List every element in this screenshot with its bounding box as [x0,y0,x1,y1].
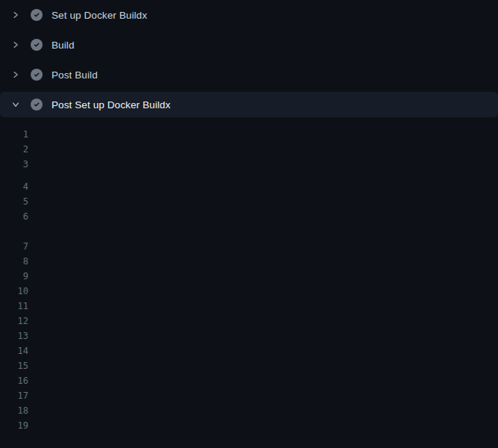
line-number[interactable]: 6 [0,209,28,217]
line-number[interactable]: 2 [0,142,28,157]
line-number[interactable]: 5 [0,194,28,202]
log-line: 9 time="2021-04-23T18:02:37Z" level=warn… [0,261,498,276]
line-number[interactable]: 7 [0,239,28,246]
check-circle-icon [31,39,43,51]
chevron-down-icon[interactable] [10,99,22,111]
log-line: 20 time="2021-04-23T18:02:38Z" level=deb… [0,441,498,448]
line-number[interactable]: 12 [0,314,28,321]
log-line: 17 time="2021-04-23T18:02:38Z" level=deb… [0,381,498,396]
chevron-right-icon[interactable] [10,69,22,81]
steps-list: Set up Docker Buildx Build Post Build Po… [0,0,498,117]
chevron-right-icon[interactable] [10,9,22,21]
line-number[interactable]: 17 [0,388,28,396]
step-row[interactable]: Set up Docker Buildx [0,0,498,30]
line-number[interactable]: 3 [0,157,28,172]
step-row[interactable]: Post Set up Docker Buildx [0,92,498,117]
log-line: 16 time="2021-04-23T18:02:38Z" level=deb… [0,366,498,381]
log-line: 5 time="2021-04-23T18:02:37Z" level=warn… [0,187,498,202]
check-circle-icon [31,69,43,81]
chevron-right-icon[interactable] [10,39,22,51]
log-line: linux/riscv64 linux/ppc64le linux/s390x … [0,217,498,231]
log-line: 3 /usr/bin/docker logs buildx_buildkit_b… [0,157,498,172]
log-line: 8 time="2021-04-23T18:02:37Z" level=info… [0,246,498,261]
line-number[interactable] [0,426,28,441]
log-line: 12 time="2021-04-23T18:02:38Z" level=deb… [0,306,498,321]
log-line: 6 time="2021-04-23T18:02:37Z" level=info… [0,202,498,217]
line-number[interactable]: 19 [0,418,28,426]
log-line: 10 time="2021-04-23T18:02:37Z" level=inf… [0,276,498,291]
check-circle-icon [31,99,43,111]
log-line: 18 time="2021-04-23T18:02:38Z" level=deb… [0,396,498,411]
line-number[interactable]: 4 [0,179,28,187]
log-line: 2 ▼BuildKit container logs [0,142,498,157]
step-label: Post Build [52,69,98,81]
log-line: 7 time="2021-04-23T18:02:37Z" level=warn… [0,231,498,246]
line-number[interactable] [0,217,28,231]
log-viewer: 1 Post job cleanup. 2 ▼BuildKit containe… [0,119,498,448]
step-label: Set up Docker Buildx [52,10,147,21]
log-line: 15 time="2021-04-23T18:02:38Z" level=deb… [0,351,498,366]
step-label: Build [52,40,75,51]
line-number[interactable]: 8 [0,254,28,261]
log-line: application/vnd.oci.image.index.v1+json,… [0,426,498,441]
line-number[interactable]: 16 [0,373,28,381]
line-number[interactable]: 10 [0,284,28,291]
log-line: 14 time="2021-04-23T18:02:38Z" level=deb… [0,336,498,351]
line-number[interactable]: 13 [0,329,28,336]
log-line: 11 time="2021-04-23T18:02:38Z" level=deb… [0,291,498,306]
line-number[interactable]: 11 [0,299,28,306]
step-row[interactable]: Build [0,30,498,60]
log-line: 13 time="2021-04-23T18:02:38Z" level=deb… [0,321,498,336]
log-line: 19 time="2021-04-23T18:02:38Z" level=deb… [0,411,498,426]
line-number[interactable]: 9 [0,269,28,276]
line-number[interactable]: 18 [0,403,28,411]
log-line: 4 time="2021-04-23T18:02:37Z" level=info… [0,172,498,187]
log-line: 1 Post job cleanup. [0,127,498,142]
step-label: Post Set up Docker Buildx [52,99,170,111]
check-circle-icon [31,9,43,21]
line-number[interactable]: 14 [0,343,28,351]
line-number[interactable]: 15 [0,358,28,366]
line-number[interactable]: 1 [0,127,28,142]
step-row[interactable]: Post Build [0,60,498,90]
